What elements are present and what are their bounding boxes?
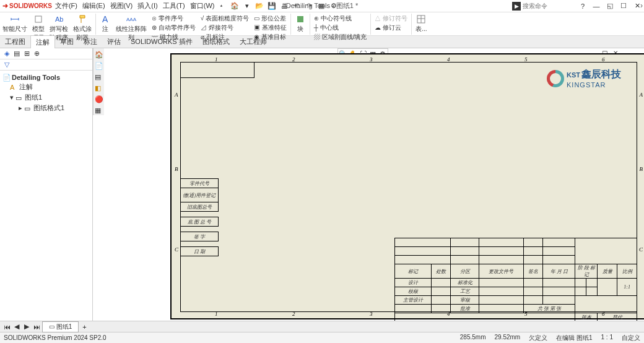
new-icon[interactable]: ▾ [243, 2, 251, 11]
zone-6-top: 6 [602, 56, 605, 63]
tab-annotation[interactable]: 注解 [30, 35, 55, 49]
note-button[interactable]: A注 [97, 14, 113, 34]
open-icon[interactable]: 📂 [255, 2, 264, 11]
title-block: 标记处数分区 更改文件号签名年 月 日 阶 段 标 记质量比例 设计标准化 1:… [394, 238, 637, 312]
filter-funnel-icon[interactable]: ▽ [2, 61, 11, 69]
status-scale[interactable]: 1 : 1 [601, 334, 613, 342]
status-bar: SOLIDWORKS Premium 2024 SP2.0 285.5mm 29… [0, 332, 644, 343]
zone-3-bot: 3 [370, 311, 373, 317]
app-logo: ➜SOLIDWORKS [2, 2, 52, 10]
minimize-icon[interactable]: — [592, 2, 601, 11]
feature-tree-panel: ◈ ▤ ⊞ ⊕ › ▽ 📄Detailing Tools A注解 ▾▭图纸1 ▸… [0, 48, 93, 321]
revision-cloud-button[interactable]: ☁ 修订云 [375, 24, 407, 32]
zone-1-bot: 1 [215, 311, 218, 317]
zone-4-top: 4 [447, 56, 450, 63]
tree-root[interactable]: 📄Detailing Tools [1, 73, 91, 82]
status-defined: 欠定义 [529, 334, 547, 342]
status-editing: 在编辑 图纸1 [556, 334, 592, 342]
menu-file[interactable]: 文件(F) [53, 1, 79, 11]
zone-b-left: B [175, 166, 178, 172]
sheet-first-icon[interactable]: ⏮ [2, 323, 11, 331]
restore-icon[interactable]: ◱ [606, 2, 614, 11]
zone-2-bot: 2 [292, 311, 295, 317]
menu-insert[interactable]: 插入(I) [136, 1, 159, 11]
tab-drawing[interactable]: 工程图 [0, 35, 30, 48]
balloon-button[interactable]: ⊙ 零件序号 [152, 14, 196, 23]
svg-text:Ab: Ab [55, 15, 63, 23]
table-button[interactable]: 表... [413, 14, 429, 34]
sheet-tabs-bar: ⏮ ◀ ▶ ⏭ ▭ 图纸1 + [0, 321, 644, 332]
sheet-prev-icon[interactable]: ◀ [12, 323, 21, 331]
window-title: Detailing Tools - 图纸1 * [286, 1, 359, 11]
smart-dimension-button[interactable]: 智能尺寸 [0, 14, 30, 34]
watermark-logo-icon [547, 70, 564, 87]
surface-finish-button[interactable]: √ 表面粗糙度符号 [201, 14, 249, 23]
home-icon[interactable]: 🏠 [230, 2, 239, 11]
status-custom[interactable]: 自定义 [622, 334, 640, 342]
revision-symbol-button[interactable]: △ 修订符号 [375, 14, 407, 23]
drawing-canvas[interactable]: 🔍 ✋ ⛶ ▦ ⚙ — ◱ ✕ A B C A B C 1 [93, 48, 633, 321]
zone-a-right: A [640, 92, 643, 98]
menu-view[interactable]: 视图(V) [108, 1, 135, 11]
menu-more[interactable]: ⋆ [217, 1, 225, 11]
status-y: 29.52mm [495, 334, 521, 342]
search-icon[interactable]: ▶ [512, 2, 521, 11]
sheet-add-icon[interactable]: + [80, 323, 89, 331]
status-version: SOLIDWORKS Premium 2024 SP2.0 [4, 334, 107, 341]
help-icon[interactable]: ? [578, 2, 587, 11]
panel-expand-icon[interactable]: › [640, 1, 643, 10]
left-title-block: 零件代号 借(通)用件登记 旧底图总号 底 图 总 号 签 字 日 期 [180, 179, 219, 256]
zone-c-left: C [175, 246, 178, 253]
tree-annotations[interactable]: A注解 [1, 82, 91, 92]
centerline-button[interactable]: ┼ 中心线 [314, 24, 367, 32]
menu-tools[interactable]: 工具(T) [161, 1, 187, 11]
menu-window[interactable]: 窗口(W) [188, 1, 217, 11]
tree-sheet1[interactable]: ▾▭图纸1 [1, 92, 91, 103]
search-input[interactable] [523, 2, 572, 11]
svg-rect-4 [297, 16, 303, 22]
display-icon[interactable]: ⊞ [22, 50, 31, 58]
zone-b-right: B [640, 166, 643, 172]
sheet-tab-1[interactable]: ▭ 图纸1 [42, 321, 79, 332]
status-x: 285.5mm [460, 334, 486, 342]
filter-icon[interactable]: ⊕ [32, 50, 41, 58]
zone-1-top: 1 [215, 56, 218, 63]
tree-icon[interactable]: ◈ [2, 50, 11, 58]
ribbon: 智能尺寸 模型项目 Ab拼写检验程序 格式涂刷器 A注 AAA线性注释阵列 ⊙ … [0, 12, 644, 36]
zone-a-left: A [175, 92, 178, 98]
zone-5-top: 5 [524, 56, 528, 63]
drawing-sheet: A B C A B C 1 2 3 4 5 6 1 2 3 4 5 6 [170, 53, 644, 319]
area-hatch-button[interactable]: ▨ 区域剖面线/填充 [314, 33, 367, 41]
tree-sheetformat1[interactable]: ▸▭图纸格式1 [1, 103, 91, 113]
tab-engineer[interactable]: 大工程师 [235, 35, 272, 48]
tab-evaluate[interactable]: 评估 [102, 35, 126, 48]
zone-c-right: C [639, 246, 643, 253]
gtol-button[interactable]: ▭ 形位公差 [254, 14, 287, 23]
maximize-icon[interactable]: ☐ [619, 2, 628, 11]
weld-symbol-button[interactable]: ⊿ 焊接符号 [201, 24, 249, 32]
tab-sheetformat[interactable]: 图纸格式 [198, 35, 235, 48]
svg-text:AAA: AAA [126, 17, 136, 22]
save-icon[interactable]: 💾 [268, 2, 276, 11]
config-icon[interactable]: ▤ [12, 50, 21, 58]
tab-addins[interactable]: SOLIDWORKS 插件 [126, 35, 198, 48]
center-mark-button[interactable]: ⊕ 中心符号线 [314, 14, 367, 23]
tab-sketch[interactable]: 草图 [55, 35, 79, 48]
datum-feature-button[interactable]: ▣ 基准特征 [254, 24, 287, 32]
sheet-next-icon[interactable]: ▶ [22, 323, 31, 331]
sheet-last-icon[interactable]: ⏭ [32, 323, 41, 331]
zone-3-top: 3 [370, 56, 373, 63]
watermark: KST鑫辰科技 KINGSTAR [547, 68, 621, 89]
tab-markup[interactable]: 标注 [79, 35, 102, 48]
zone-2-top: 2 [292, 56, 295, 63]
svg-rect-0 [35, 16, 41, 22]
block-button[interactable]: 块 [292, 14, 308, 34]
svg-text:A: A [102, 14, 108, 24]
menu-edit[interactable]: 编辑(E) [80, 1, 107, 11]
auto-balloon-button[interactable]: ⊛ 自动零件序号 [152, 24, 196, 32]
